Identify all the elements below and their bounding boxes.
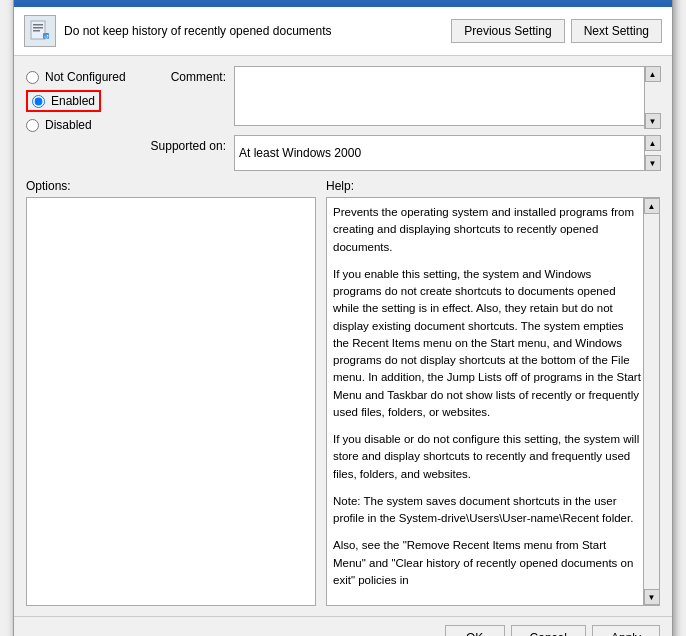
enabled-radio[interactable] <box>32 95 45 108</box>
not-configured-label[interactable]: Not Configured <box>45 70 126 84</box>
help-scroll-down[interactable]: ▼ <box>644 589 660 605</box>
enabled-radio-item[interactable]: Enabled <box>26 90 146 112</box>
help-para-1: Prevents the operating system and instal… <box>333 204 641 256</box>
supported-on-value: At least Windows 2000 <box>234 135 660 171</box>
comment-scroll-down[interactable]: ▼ <box>645 113 661 129</box>
supported-on-label: Supported on: <box>146 135 226 153</box>
help-header: Help: <box>326 179 660 193</box>
header-icon: ↺ <box>24 15 56 47</box>
options-panel: Options: <box>26 179 316 606</box>
supported-scroll-up[interactable]: ▲ <box>645 135 661 151</box>
help-para-5: Also, see the "Remove Recent Items menu … <box>333 537 641 589</box>
supported-on-row: Supported on: At least Windows 2000 ▲ ▼ <box>146 135 660 171</box>
help-panel: Help: Prevents the operating system and … <box>326 179 660 606</box>
dialog-header-left: ↺ Do not keep history of recently opened… <box>24 15 332 47</box>
comment-scroll-up[interactable]: ▲ <box>645 66 661 82</box>
disabled-radio-item[interactable]: Disabled <box>26 118 146 132</box>
svg-rect-5 <box>33 30 40 32</box>
supported-scrollbar: ▲ ▼ <box>644 135 660 171</box>
enabled-label[interactable]: Enabled <box>51 94 95 108</box>
maximize-button[interactable]: □ <box>618 0 640 2</box>
not-configured-radio-item[interactable]: Not Configured <box>26 70 146 84</box>
bottom-section: Options: Help: Prevents the operating sy… <box>26 179 660 606</box>
help-para-3: If you disable or do not configure this … <box>333 431 641 483</box>
comment-row: Comment: ▲ ▼ <box>146 66 660 129</box>
help-scrollbar: ▲ ▼ <box>643 198 659 605</box>
header-buttons: Previous Setting Next Setting <box>451 19 662 43</box>
help-text: Prevents the operating system and instal… <box>333 204 641 589</box>
supported-on-wrapper: At least Windows 2000 ▲ ▼ <box>234 135 660 171</box>
comment-wrapper: ▲ ▼ <box>234 66 660 129</box>
enabled-highlight: Enabled <box>26 90 101 112</box>
comment-textarea[interactable] <box>234 66 660 126</box>
header-title: Do not keep history of recently opened d… <box>64 24 332 38</box>
svg-rect-3 <box>33 24 43 26</box>
options-box <box>26 197 316 606</box>
minimize-button[interactable]: ─ <box>594 0 616 2</box>
help-para-2: If you enable this setting, the system a… <box>333 266 641 421</box>
right-section: Comment: ▲ ▼ Supported on: <box>146 66 660 171</box>
dialog-footer: OK Cancel Apply wsxhd.com <box>14 616 672 636</box>
supported-scroll-down[interactable]: ▼ <box>645 155 661 171</box>
next-setting-button[interactable]: Next Setting <box>571 19 662 43</box>
radio-group: Not Configured Enabled Disabled <box>26 66 146 171</box>
previous-setting-button[interactable]: Previous Setting <box>451 19 564 43</box>
svg-rect-4 <box>33 27 43 29</box>
options-header: Options: <box>26 179 316 193</box>
top-section: Not Configured Enabled Disabled Comme <box>26 66 660 171</box>
disabled-label[interactable]: Disabled <box>45 118 92 132</box>
ok-button[interactable]: OK <box>445 625 505 636</box>
apply-button[interactable]: Apply <box>592 625 660 636</box>
title-bar-controls: ─ □ ✕ <box>594 0 664 2</box>
dialog-body: Not Configured Enabled Disabled Comme <box>14 56 672 616</box>
title-bar: ⚙ Do not keep history of recently opened… <box>14 0 672 7</box>
help-para-4: Note: The system saves document shortcut… <box>333 493 641 528</box>
svg-text:↺: ↺ <box>44 34 49 40</box>
comment-label: Comment: <box>146 66 226 84</box>
not-configured-radio[interactable] <box>26 71 39 84</box>
main-dialog: ⚙ Do not keep history of recently opened… <box>13 0 673 636</box>
help-scroll-up[interactable]: ▲ <box>644 198 660 214</box>
dialog-header: ↺ Do not keep history of recently opened… <box>14 7 672 56</box>
help-box: Prevents the operating system and instal… <box>326 197 660 606</box>
cancel-button[interactable]: Cancel <box>511 625 586 636</box>
disabled-radio[interactable] <box>26 119 39 132</box>
comment-scrollbar: ▲ ▼ <box>644 66 660 129</box>
close-button[interactable]: ✕ <box>642 0 664 2</box>
